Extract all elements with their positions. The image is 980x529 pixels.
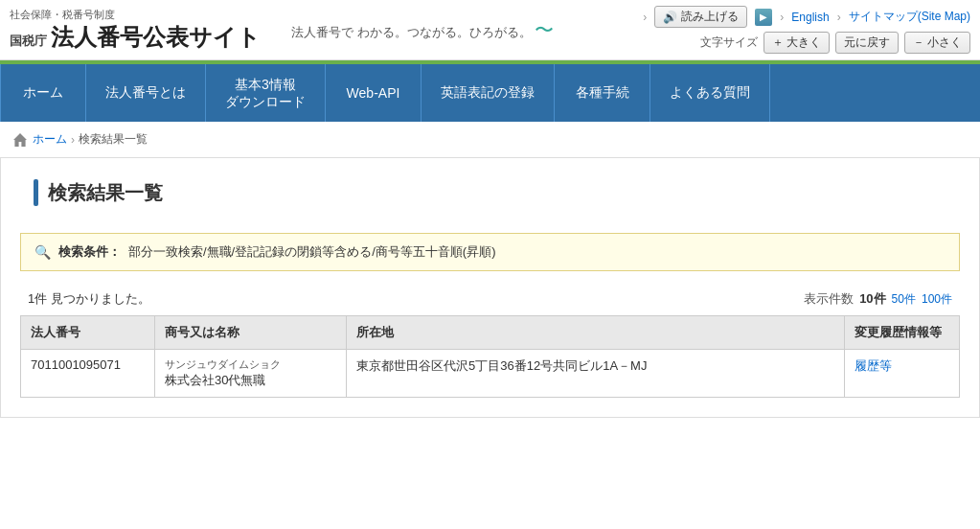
site-title-row: 国税庁 法人番号公表サイト <box>10 22 261 53</box>
tts-play-icon[interactable]: ▶ <box>755 9 772 26</box>
agency-label: 国税庁 <box>10 33 47 50</box>
search-condition-box: 🔍 検索条件： 部分一致検索/無職/登記記録の閉鎖等含める/商号等五十音順(昇順… <box>20 233 960 271</box>
tagline-text: 法人番号で わかる。つながる。ひろがる。 <box>291 25 532 39</box>
cell-address: 東京都世田谷区代沢5丁目36番12号共同ビル1A－MJ <box>347 350 845 398</box>
agency-name: 社会保障・税番号制度 国税庁 法人番号公表サイト <box>10 8 261 53</box>
cell-history: 履歴等 <box>845 350 960 398</box>
result-table: 法人番号 商号又は名称 所在地 変更履歴情報等 7011001095071 サン… <box>20 315 960 398</box>
top-bar-right: › 🔊 読み上げる ▶ › English › サイトマップ(Site Map)… <box>643 6 970 54</box>
title-accent-bar <box>34 179 38 206</box>
sep2: › <box>780 11 784 24</box>
cell-number: 7011001095071 <box>21 350 155 398</box>
table-header-row: 法人番号 商号又は名称 所在地 変更履歴情報等 <box>21 316 960 350</box>
tagline: 法人番号で わかる。つながる。ひろがる。 〜 <box>291 17 554 43</box>
plus-icon: ＋ <box>772 34 784 51</box>
col-header-name: 商号又は名称 <box>155 316 347 350</box>
nav-item-download[interactable]: 基本3情報 ダウンロード <box>206 64 326 122</box>
fontsize-small-button[interactable]: － 小さく <box>904 32 970 54</box>
col-header-number: 法人番号 <box>21 316 155 350</box>
home-icon <box>13 133 27 147</box>
breadcrumb-home-link[interactable]: ホーム <box>33 131 67 148</box>
breadcrumb-current: 検索結果一覧 <box>79 131 148 148</box>
page-title-box: 検索結果一覧 <box>20 168 960 218</box>
fontsize-large-button[interactable]: ＋ 大きく <box>763 32 830 54</box>
fontsize-large-label: 大きく <box>786 34 821 51</box>
nav-item-home[interactable]: ホーム <box>0 64 86 122</box>
cell-name: サンジュウダイムショク 株式会社30代無職 <box>155 350 347 398</box>
display-count-area: 表示件数 10件 50件 100件 <box>804 290 952 308</box>
nav-item-english-reg[interactable]: 英語表記の登録 <box>422 64 555 122</box>
top-bar: 社会保障・税番号制度 国税庁 法人番号公表サイト 法人番号で わかる。つながる。… <box>0 0 980 60</box>
nav-item-faq[interactable]: よくある質問 <box>650 64 770 122</box>
display-100-link[interactable]: 100件 <box>922 291 952 308</box>
tagline-decoration: 〜 <box>535 17 554 43</box>
fontsize-small-label: 小さく <box>927 34 962 51</box>
breadcrumb: ホーム › 検索結果一覧 <box>0 122 980 157</box>
main-nav: ホーム 法人番号とは 基本3情報 ダウンロード Web-API 英語表記の登録 … <box>0 64 980 122</box>
subtitle-label: 社会保障・税番号制度 <box>10 8 261 22</box>
history-link[interactable]: 履歴等 <box>855 358 892 373</box>
nav-item-procedures[interactable]: 各種手続 <box>555 64 650 122</box>
nav-item-webapi[interactable]: Web-API <box>326 64 422 122</box>
arrow-sep: › <box>643 11 647 24</box>
tts-label: 読み上げる <box>681 9 739 25</box>
tts-button[interactable]: 🔊 読み上げる <box>654 6 747 28</box>
sitemap-link[interactable]: サイトマップ(Site Map) <box>849 9 970 25</box>
result-meta: 1件 見つかりました。 表示件数 10件 50件 100件 <box>20 285 960 313</box>
cell-company-name: 株式会社30代無職 <box>165 373 265 387</box>
english-link[interactable]: English <box>791 11 829 24</box>
minus-icon: － <box>913 34 924 51</box>
logo-area: 社会保障・税番号制度 国税庁 法人番号公表サイト 法人番号で わかる。つながる。… <box>10 8 554 53</box>
content-border: 検索結果一覧 🔍 検索条件： 部分一致検索/無職/登記記録の閉鎖等含める/商号等… <box>0 157 980 418</box>
search-icon: 🔍 <box>34 244 51 260</box>
fontsize-reset-button[interactable]: 元に戻す <box>835 32 899 54</box>
result-count: 1件 見つかりました。 <box>28 290 150 308</box>
nav-item-about[interactable]: 法人番号とは <box>86 64 206 122</box>
site-title: 法人番号公表サイト <box>51 22 261 53</box>
display-count-current: 10件 <box>859 290 885 308</box>
search-cond-label: 検索条件： <box>58 243 121 261</box>
page-title: 検索結果一覧 <box>48 180 163 206</box>
main-content: 検索結果一覧 🔍 検索条件： 部分一致検索/無職/登記記録の閉鎖等含める/商号等… <box>1 158 979 417</box>
sep3: › <box>837 11 841 24</box>
search-cond-value: 部分一致検索/無職/登記記録の閉鎖等含める/商号等五十音順(昇順) <box>128 243 496 261</box>
breadcrumb-separator: › <box>71 133 75 147</box>
table-row: 7011001095071 サンジュウダイムショク 株式会社30代無職 東京都世… <box>21 350 960 398</box>
fontsize-reset-label: 元に戻す <box>844 34 890 51</box>
display-count-label: 表示件数 <box>804 290 854 308</box>
display-50-link[interactable]: 50件 <box>892 291 916 308</box>
cell-furigana: サンジュウダイムショク <box>165 357 336 372</box>
col-header-history: 変更履歴情報等 <box>845 316 960 350</box>
col-header-address: 所在地 <box>347 316 845 350</box>
speaker-icon: 🔊 <box>663 11 677 24</box>
top-bar-links: › 🔊 読み上げる ▶ › English › サイトマップ(Site Map) <box>643 6 970 28</box>
fontsize-label: 文字サイズ <box>700 34 758 51</box>
font-size-controls: 文字サイズ ＋ 大きく 元に戻す － 小さく <box>700 32 970 54</box>
